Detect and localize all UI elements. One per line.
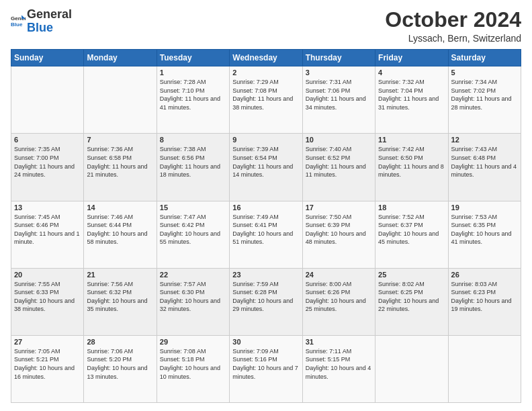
day-number: 29 xyxy=(160,338,226,346)
calendar-cell: 19Sunrise: 7:53 AM Sunset: 6:35 PM Dayli… xyxy=(448,201,521,268)
day-info: Sunrise: 7:50 AM Sunset: 6:39 PM Dayligh… xyxy=(306,213,372,246)
day-info: Sunrise: 7:45 AM Sunset: 6:46 PM Dayligh… xyxy=(14,213,81,246)
calendar-cell: 27Sunrise: 7:05 AM Sunset: 5:21 PM Dayli… xyxy=(11,335,84,402)
week-row-2: 6Sunrise: 7:35 AM Sunset: 7:00 PM Daylig… xyxy=(11,134,521,201)
day-info: Sunrise: 7:46 AM Sunset: 6:44 PM Dayligh… xyxy=(87,213,153,246)
col-tuesday: Tuesday xyxy=(157,50,229,66)
location-title: Lyssach, Bern, Switzerland xyxy=(385,33,521,44)
day-info: Sunrise: 7:43 AM Sunset: 6:48 PM Dayligh… xyxy=(451,145,518,179)
calendar-cell: 24Sunrise: 8:00 AM Sunset: 6:26 PM Dayli… xyxy=(302,268,375,335)
day-number: 4 xyxy=(378,68,445,77)
day-number: 17 xyxy=(306,203,372,212)
day-number: 22 xyxy=(160,271,226,279)
day-number: 13 xyxy=(14,203,81,212)
calendar-cell: 22Sunrise: 7:57 AM Sunset: 6:30 PM Dayli… xyxy=(157,268,229,335)
day-number: 18 xyxy=(378,203,445,212)
calendar-cell: 30Sunrise: 7:09 AM Sunset: 5:16 PM Dayli… xyxy=(230,335,302,402)
day-info: Sunrise: 7:11 AM Sunset: 5:15 PM Dayligh… xyxy=(306,347,372,381)
day-number: 7 xyxy=(87,136,153,144)
svg-text:Blue: Blue xyxy=(11,21,23,27)
calendar-cell: 10Sunrise: 7:40 AM Sunset: 6:52 PM Dayli… xyxy=(302,134,375,201)
day-number: 5 xyxy=(451,68,518,77)
day-info: Sunrise: 7:34 AM Sunset: 7:02 PM Dayligh… xyxy=(451,78,518,111)
day-number: 12 xyxy=(451,136,518,144)
day-number: 26 xyxy=(451,271,518,279)
day-info: Sunrise: 7:36 AM Sunset: 6:58 PM Dayligh… xyxy=(87,145,153,179)
day-info: Sunrise: 7:28 AM Sunset: 7:10 PM Dayligh… xyxy=(160,78,226,111)
day-info: Sunrise: 7:39 AM Sunset: 6:54 PM Dayligh… xyxy=(232,145,299,179)
week-row-1: 1Sunrise: 7:28 AM Sunset: 7:10 PM Daylig… xyxy=(11,66,521,134)
day-info: Sunrise: 8:02 AM Sunset: 6:25 PM Dayligh… xyxy=(378,280,445,314)
logo-general-text: General xyxy=(27,8,72,21)
calendar-cell: 21Sunrise: 7:56 AM Sunset: 6:32 PM Dayli… xyxy=(84,268,157,335)
logo-blue-text: Blue xyxy=(27,21,72,35)
calendar-cell: 9Sunrise: 7:39 AM Sunset: 6:54 PM Daylig… xyxy=(230,134,302,201)
week-row-3: 13Sunrise: 7:45 AM Sunset: 6:46 PM Dayli… xyxy=(11,201,521,268)
day-info: Sunrise: 7:06 AM Sunset: 5:20 PM Dayligh… xyxy=(87,347,153,381)
calendar-cell xyxy=(11,66,84,134)
calendar-cell: 28Sunrise: 7:06 AM Sunset: 5:20 PM Dayli… xyxy=(84,335,157,402)
day-info: Sunrise: 8:03 AM Sunset: 6:23 PM Dayligh… xyxy=(451,280,518,314)
day-number: 28 xyxy=(87,338,153,346)
calendar-cell: 17Sunrise: 7:50 AM Sunset: 6:39 PM Dayli… xyxy=(302,201,375,268)
day-number: 21 xyxy=(87,271,153,279)
day-number: 30 xyxy=(232,338,299,346)
calendar-cell: 5Sunrise: 7:34 AM Sunset: 7:02 PM Daylig… xyxy=(448,66,521,134)
day-info: Sunrise: 7:32 AM Sunset: 7:04 PM Dayligh… xyxy=(378,78,445,111)
day-number: 27 xyxy=(14,338,81,346)
calendar-cell: 25Sunrise: 8:02 AM Sunset: 6:25 PM Dayli… xyxy=(375,268,448,335)
day-number: 11 xyxy=(378,136,445,144)
day-info: Sunrise: 7:38 AM Sunset: 6:56 PM Dayligh… xyxy=(160,145,226,179)
calendar-cell: 13Sunrise: 7:45 AM Sunset: 6:46 PM Dayli… xyxy=(11,201,84,268)
calendar-cell: 6Sunrise: 7:35 AM Sunset: 7:00 PM Daylig… xyxy=(11,134,84,201)
logo: General Blue General Blue xyxy=(11,8,72,35)
day-info: Sunrise: 7:40 AM Sunset: 6:52 PM Dayligh… xyxy=(306,145,372,179)
calendar-cell: 26Sunrise: 8:03 AM Sunset: 6:23 PM Dayli… xyxy=(448,268,521,335)
day-info: Sunrise: 7:57 AM Sunset: 6:30 PM Dayligh… xyxy=(160,280,226,314)
calendar-cell: 29Sunrise: 7:08 AM Sunset: 5:18 PM Dayli… xyxy=(157,335,229,402)
calendar-cell xyxy=(375,335,448,402)
day-number: 10 xyxy=(306,136,372,144)
col-monday: Monday xyxy=(84,50,157,66)
calendar-cell: 11Sunrise: 7:42 AM Sunset: 6:50 PM Dayli… xyxy=(375,134,448,201)
day-number: 16 xyxy=(232,203,299,212)
day-info: Sunrise: 7:31 AM Sunset: 7:06 PM Dayligh… xyxy=(306,78,372,111)
calendar-cell xyxy=(84,66,157,134)
day-info: Sunrise: 7:29 AM Sunset: 7:08 PM Dayligh… xyxy=(232,78,299,111)
week-row-5: 27Sunrise: 7:05 AM Sunset: 5:21 PM Dayli… xyxy=(11,335,521,402)
calendar-cell: 15Sunrise: 7:47 AM Sunset: 6:42 PM Dayli… xyxy=(157,201,229,268)
calendar-cell: 31Sunrise: 7:11 AM Sunset: 5:15 PM Dayli… xyxy=(302,335,375,402)
day-info: Sunrise: 7:56 AM Sunset: 6:32 PM Dayligh… xyxy=(87,280,153,314)
calendar-cell: 4Sunrise: 7:32 AM Sunset: 7:04 PM Daylig… xyxy=(375,66,448,134)
calendar-cell: 16Sunrise: 7:49 AM Sunset: 6:41 PM Dayli… xyxy=(230,201,302,268)
title-block: October 2024 Lyssach, Bern, Switzerland xyxy=(385,8,521,44)
day-info: Sunrise: 7:49 AM Sunset: 6:41 PM Dayligh… xyxy=(232,213,299,246)
day-info: Sunrise: 7:52 AM Sunset: 6:37 PM Dayligh… xyxy=(378,213,445,246)
calendar-header-row: Sunday Monday Tuesday Wednesday Thursday… xyxy=(11,50,521,66)
calendar-cell xyxy=(448,335,521,402)
day-number: 3 xyxy=(306,68,372,77)
day-info: Sunrise: 7:53 AM Sunset: 6:35 PM Dayligh… xyxy=(451,213,518,246)
calendar-cell: 8Sunrise: 7:38 AM Sunset: 6:56 PM Daylig… xyxy=(157,134,229,201)
calendar-cell: 23Sunrise: 7:59 AM Sunset: 6:28 PM Dayli… xyxy=(230,268,302,335)
calendar-cell: 12Sunrise: 7:43 AM Sunset: 6:48 PM Dayli… xyxy=(448,134,521,201)
calendar-table: Sunday Monday Tuesday Wednesday Thursday… xyxy=(11,49,521,403)
day-number: 14 xyxy=(87,203,153,212)
day-info: Sunrise: 7:55 AM Sunset: 6:33 PM Dayligh… xyxy=(14,280,81,314)
day-info: Sunrise: 7:59 AM Sunset: 6:28 PM Dayligh… xyxy=(232,280,299,314)
page: General Blue General Blue October 2024 L… xyxy=(0,0,532,411)
day-number: 9 xyxy=(232,136,299,144)
day-number: 8 xyxy=(160,136,226,144)
day-info: Sunrise: 8:00 AM Sunset: 6:26 PM Dayligh… xyxy=(306,280,372,314)
day-info: Sunrise: 7:35 AM Sunset: 7:00 PM Dayligh… xyxy=(14,145,81,179)
header: General Blue General Blue October 2024 L… xyxy=(11,8,521,44)
col-wednesday: Wednesday xyxy=(230,50,302,66)
col-saturday: Saturday xyxy=(448,50,521,66)
col-friday: Friday xyxy=(375,50,448,66)
calendar-cell: 20Sunrise: 7:55 AM Sunset: 6:33 PM Dayli… xyxy=(11,268,84,335)
day-number: 25 xyxy=(378,271,445,279)
day-info: Sunrise: 7:42 AM Sunset: 6:50 PM Dayligh… xyxy=(378,145,445,179)
month-title: October 2024 xyxy=(385,8,521,32)
calendar-cell: 1Sunrise: 7:28 AM Sunset: 7:10 PM Daylig… xyxy=(157,66,229,134)
day-info: Sunrise: 7:47 AM Sunset: 6:42 PM Dayligh… xyxy=(160,213,226,246)
